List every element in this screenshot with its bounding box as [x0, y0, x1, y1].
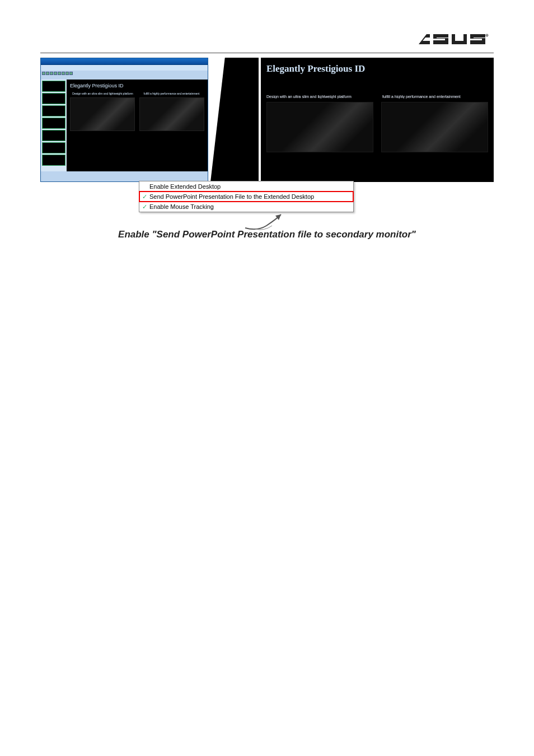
check-icon: ✓	[142, 194, 147, 200]
extended-caption-right: fulfill a highly performance and enterta…	[382, 95, 488, 99]
extended-caption-left: Design with an ultra slim and lightweigh…	[266, 95, 372, 99]
window-titlebar	[41, 58, 208, 65]
context-menu-item-label: Send PowerPoint Presentation File to the…	[149, 193, 314, 200]
window-menubar	[41, 65, 208, 71]
toolbar-icon	[62, 72, 65, 75]
extended-image	[266, 102, 373, 152]
pointer-flourish-icon	[40, 209, 494, 232]
toolbar-icon	[69, 72, 73, 75]
slide-image-row	[70, 97, 204, 131]
toolbar-icon	[58, 72, 61, 75]
slide-thumbnail	[42, 105, 65, 116]
slide-editor: Elegantly Prestigious ID Design with an …	[67, 80, 208, 171]
extended-caption-row: Design with an ultra slim and lightweigh…	[266, 95, 488, 99]
toolbar-icon	[50, 72, 53, 75]
window-toolbar	[41, 71, 208, 80]
slide-thumbnail	[42, 81, 65, 92]
slide-caption-right: fulfill a highly performance and enterta…	[139, 92, 204, 95]
extended-image	[381, 102, 488, 152]
diagonal-divider	[210, 58, 259, 182]
extended-image-row	[266, 102, 488, 152]
asus-logo: R	[416, 31, 489, 49]
slide-subcaptions: Design with an ultra slim and lightweigh…	[70, 92, 204, 95]
extended-desktop-preview: Elegantly Prestigious ID Design with an …	[261, 58, 494, 182]
slide-caption-left: Design with an ultra slim and lightweigh…	[70, 92, 135, 95]
slide-thumbnail	[42, 118, 65, 129]
powerpoint-body: Elegantly Prestigious ID Design with an …	[41, 80, 208, 171]
slide-thumbnail	[42, 155, 65, 166]
slide-thumbnail-panel	[41, 80, 67, 171]
slide-title: Elegantly Prestigious ID	[70, 83, 204, 88]
context-menu-item-enable-extended-desktop[interactable]: Enable Extended Desktop	[139, 181, 353, 192]
toolbar-icon	[65, 72, 69, 75]
toolbar-icon	[42, 72, 45, 75]
slide-image	[139, 97, 204, 131]
toolbar-icon	[46, 72, 49, 75]
slide-thumbnail	[42, 130, 65, 141]
figure-row: Elegantly Prestigious ID Design with an …	[40, 58, 494, 182]
context-menu-item-send-powerpoint[interactable]: ✓ Send PowerPoint Presentation File to t…	[139, 192, 353, 202]
check-icon: ✓	[142, 204, 147, 210]
header-separator	[40, 53, 494, 53]
slide-image	[70, 97, 135, 131]
header-row: R	[40, 31, 494, 49]
context-menu-item-label: Enable Extended Desktop	[149, 183, 221, 190]
extended-title: Elegantly Prestigious ID	[266, 63, 488, 74]
context-menu-item-label: Enable Mouse Tracking	[149, 203, 214, 210]
powerpoint-statusbar	[41, 171, 208, 181]
context-menu-item-enable-mouse-tracking[interactable]: ✓ Enable Mouse Tracking	[139, 202, 353, 212]
toolbar-icon	[54, 72, 57, 75]
document-page: R	[0, 0, 534, 756]
slide-thumbnail	[42, 93, 65, 104]
powerpoint-primary-window: Elegantly Prestigious ID Design with an …	[40, 58, 208, 182]
context-menu[interactable]: Enable Extended Desktop ✓ Send PowerPoin…	[139, 181, 354, 212]
slide-thumbnail	[42, 142, 65, 153]
